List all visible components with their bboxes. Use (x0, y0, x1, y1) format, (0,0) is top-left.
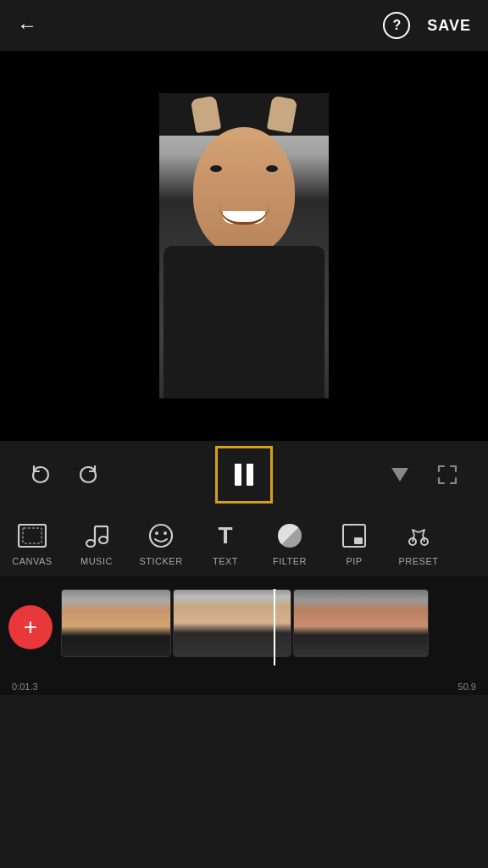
video-preview-area (0, 51, 488, 441)
play-pause-button[interactable] (215, 446, 273, 504)
tool-canvas[interactable]: CANVAS (0, 517, 64, 570)
eye-right (266, 165, 278, 172)
svg-point-3 (99, 537, 108, 543)
back-button[interactable]: ← (17, 14, 51, 37)
preset-icon (403, 520, 434, 551)
music-label: MUSIC (80, 556, 113, 566)
add-icon: + (24, 615, 37, 639)
preset-label: PRESET (398, 556, 438, 566)
svg-rect-1 (23, 528, 42, 543)
svg-point-2 (86, 540, 95, 547)
pause-icon (235, 464, 253, 486)
timeline-track[interactable] (61, 589, 488, 665)
pip-icon (339, 520, 369, 551)
cape (164, 246, 324, 398)
svg-line-12 (413, 535, 414, 542)
face-area (193, 127, 295, 254)
help-button[interactable]: ? (383, 12, 410, 39)
tool-music[interactable]: MUSIC (64, 517, 129, 570)
tool-preset[interactable]: PRESET (386, 517, 451, 570)
header: ← ? SAVE (0, 0, 488, 51)
svg-point-7 (150, 525, 172, 547)
total-timecode: 50.9 (458, 682, 476, 692)
timeline: + (0, 576, 488, 678)
pip-inner-box (354, 537, 363, 544)
sticker-icon (146, 520, 176, 551)
music-icon (81, 520, 112, 551)
tool-text[interactable]: T TEXT (193, 517, 258, 570)
playback-controls (0, 441, 488, 509)
pause-bar-right (247, 464, 253, 486)
canvas-label: CANVAS (12, 556, 52, 566)
playhead (274, 589, 275, 665)
text-icon: T (210, 520, 241, 551)
pause-bar-left (235, 464, 241, 486)
save-button[interactable]: SAVE (427, 17, 471, 35)
video-background (159, 93, 329, 398)
filter-circle-shape (278, 524, 302, 548)
tool-filter[interactable]: FILTER (258, 517, 322, 570)
undo-button[interactable] (25, 459, 56, 490)
header-actions: ? SAVE (383, 12, 471, 39)
add-clip-button[interactable]: + (8, 605, 53, 649)
volume-button[interactable] (385, 459, 415, 490)
fullscreen-button[interactable] (432, 459, 463, 490)
clip-thumbnail-1 (62, 590, 170, 656)
timeline-clip-1[interactable] (61, 589, 171, 657)
redo-button[interactable] (73, 459, 103, 490)
svg-line-13 (423, 535, 424, 542)
timecode-bar: 0:01.3 50.9 (0, 678, 488, 695)
face-oval (193, 127, 295, 254)
right-controls (385, 459, 463, 490)
tool-sticker[interactable]: STICKER (129, 517, 193, 570)
undo-redo-group (25, 459, 103, 490)
filter-icon (274, 520, 305, 551)
canvas-icon (17, 520, 47, 551)
eyes (210, 165, 278, 172)
filter-label: FILTER (273, 556, 307, 566)
eye-left (210, 165, 222, 172)
clip-thumbnail-3 (294, 590, 428, 656)
text-t-symbol: T (218, 524, 232, 548)
svg-point-9 (164, 531, 167, 535)
current-timecode: 0:01.3 (12, 682, 38, 692)
toolbar: CANVAS MUSIC STICKER T (0, 509, 488, 576)
text-label: TEXT (213, 556, 238, 566)
tool-pip[interactable]: PIP (322, 517, 386, 570)
svg-point-8 (155, 531, 158, 535)
volume-icon (391, 468, 408, 481)
sticker-label: STICKER (139, 556, 182, 566)
video-content (159, 93, 329, 398)
pip-box-shape (342, 524, 366, 548)
timeline-clip-3[interactable] (293, 589, 429, 657)
pip-label: PIP (346, 556, 362, 566)
